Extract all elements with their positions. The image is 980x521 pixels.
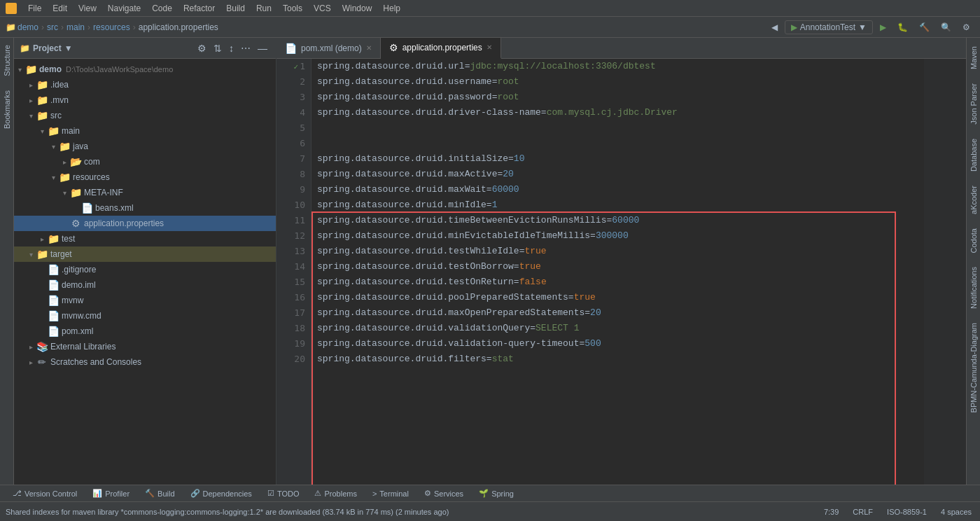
menu-item-vcs[interactable]: VCS bbox=[308, 2, 337, 15]
line-separator[interactable]: CRLF bbox=[850, 506, 876, 517]
menu-item-build[interactable]: Build bbox=[220, 2, 251, 15]
code-editor[interactable]: ✓1234567891011121314151617181920 spring.… bbox=[276, 59, 966, 485]
sidebar-tool-scroll[interactable]: ↕ bbox=[226, 41, 237, 55]
right-panel-json-parser[interactable]: Json Parser bbox=[968, 78, 979, 130]
code-line-12: spring.datasource.druid.minEvictableIdle… bbox=[317, 228, 918, 244]
expand-arrow-java[interactable]: ▾ bbox=[48, 143, 59, 151]
sidebar-tool-more[interactable]: ⋯ bbox=[238, 41, 253, 55]
run-config-icon: ▶ bbox=[791, 22, 797, 32]
tree-item-idea[interactable]: ▸📁.idea bbox=[14, 77, 276, 92]
structure-tab[interactable]: Structure bbox=[1, 38, 13, 83]
menu-item-tools[interactable]: Tools bbox=[277, 2, 308, 15]
menu-item-code[interactable]: Code bbox=[146, 2, 178, 15]
tab-props[interactable]: ⚙application.properties✕ bbox=[381, 38, 501, 59]
tree-item-beans.xml[interactable]: 📄beans.xml bbox=[14, 200, 276, 216]
expand-arrow-resources[interactable]: ▾ bbox=[48, 174, 59, 181]
settings-button[interactable]: ⚙ bbox=[958, 21, 974, 34]
expand-arrow-scratches[interactable]: ▸ bbox=[25, 359, 36, 366]
bottom-tab-services[interactable]: ⚙Services bbox=[417, 487, 470, 499]
tab-close-pom[interactable]: ✕ bbox=[366, 44, 372, 52]
right-panel-database[interactable]: Database bbox=[968, 133, 979, 177]
code-line-10: spring.datasource.druid.minIdle=1 bbox=[317, 197, 918, 213]
bottom-tab-version-control[interactable]: ⎇Version Control bbox=[6, 487, 84, 499]
menu-item-navigate[interactable]: Navigate bbox=[102, 2, 146, 15]
tree-item-src[interactable]: ▾📁src bbox=[14, 108, 276, 123]
expand-arrow-idea[interactable]: ▸ bbox=[25, 81, 36, 89]
menu-item-run[interactable]: Run bbox=[251, 2, 277, 15]
sidebar-tool-hide[interactable]: — bbox=[255, 41, 270, 55]
bottom-tab-profiler[interactable]: 📊Profiler bbox=[85, 487, 136, 499]
tab-close-props[interactable]: ✕ bbox=[486, 43, 492, 51]
expand-arrow-demo-root[interactable]: ▾ bbox=[14, 66, 25, 74]
expand-arrow-src[interactable]: ▾ bbox=[25, 112, 36, 120]
tree-item-mvnw.cmd[interactable]: 📄mvnw.cmd bbox=[14, 308, 276, 324]
breadcrumb-file[interactable]: application.properties bbox=[139, 22, 218, 32]
bottom-tab-problems[interactable]: ⚠Problems bbox=[307, 487, 363, 499]
right-panel-akcoder[interactable]: aKcoder bbox=[968, 180, 979, 220]
run-config-selector[interactable]: ▶ AnnotationTest ▼ bbox=[785, 20, 873, 34]
menu-item-window[interactable]: Window bbox=[337, 2, 378, 15]
tree-item-demo.iml[interactable]: 📄demo.iml bbox=[14, 277, 276, 293]
tree-item-gitignore[interactable]: 📄.gitignore bbox=[14, 262, 276, 277]
tree-item-mvn[interactable]: ▸📁.mvn bbox=[14, 92, 276, 108]
tree-item-test[interactable]: ▸📁test bbox=[14, 231, 276, 246]
main-area: Structure Bookmarks 📁 Project ▼ ⚙ ⇅ ↕ ⋯ … bbox=[0, 38, 980, 485]
bottom-tab-spring[interactable]: 🌱Spring bbox=[472, 487, 521, 499]
tab-pom[interactable]: 📄pom.xml (demo)✕ bbox=[276, 38, 381, 59]
sidebar-tool-gear[interactable]: ⚙ bbox=[195, 41, 209, 55]
bottom-tab-label-version-control: Version Control bbox=[24, 489, 77, 498]
menu-item-help[interactable]: Help bbox=[377, 2, 406, 15]
tree-icon-demo.iml: 📄 bbox=[48, 279, 59, 291]
run-button[interactable]: ▶ bbox=[876, 21, 890, 34]
bottom-tab-terminal[interactable]: >Terminal bbox=[365, 488, 416, 499]
expand-arrow-test[interactable]: ▸ bbox=[36, 235, 48, 243]
breadcrumb-main[interactable]: main bbox=[66, 22, 85, 32]
breadcrumb-demo[interactable]: demo bbox=[18, 22, 38, 32]
bottom-tab-todo[interactable]: ☑TODO bbox=[260, 487, 307, 499]
expand-arrow-main[interactable]: ▾ bbox=[36, 127, 48, 135]
search-button[interactable]: 🔍 bbox=[937, 21, 955, 34]
tree-item-application.properties[interactable]: ⚙application.properties bbox=[14, 216, 276, 231]
project-dropdown-icon[interactable]: ▼ bbox=[64, 43, 73, 53]
line-num-18: 18 bbox=[276, 321, 305, 336]
bottom-tab-build[interactable]: 🔨Build bbox=[138, 487, 181, 499]
tree-item-target[interactable]: ▾📁target bbox=[14, 246, 276, 262]
menu-item-refactor[interactable]: Refactor bbox=[178, 2, 220, 15]
cursor-position[interactable]: 7:39 bbox=[821, 506, 841, 517]
tree-item-scratches[interactable]: ▸✏Scratches and Consoles bbox=[14, 354, 276, 370]
tree-item-resources[interactable]: ▾📁resources bbox=[14, 169, 276, 185]
right-panel-codota[interactable]: Codota bbox=[968, 223, 979, 258]
tree-item-ext-libs[interactable]: ▸📚External Libraries bbox=[14, 339, 276, 354]
tree-item-META-INF[interactable]: ▾📁META-INF bbox=[14, 185, 276, 200]
expand-arrow-target[interactable]: ▾ bbox=[25, 251, 36, 258]
back-button[interactable]: ◀ bbox=[767, 21, 782, 34]
tree-item-java[interactable]: ▾📁java bbox=[14, 139, 276, 154]
expand-arrow-ext-libs[interactable]: ▸ bbox=[25, 343, 36, 351]
expand-arrow-mvn[interactable]: ▸ bbox=[25, 97, 36, 104]
right-panel-maven[interactable]: Maven bbox=[968, 41, 979, 75]
right-panel-bpmn-camunda-diagram[interactable]: BPMN-Camunda-Diagram bbox=[968, 317, 979, 418]
tree-item-main[interactable]: ▾📁main bbox=[14, 123, 276, 139]
tree-item-mvnw[interactable]: 📄mvnw bbox=[14, 293, 276, 308]
expand-arrow-META-INF[interactable]: ▾ bbox=[59, 189, 70, 197]
sidebar-tool-expand[interactable]: ⇅ bbox=[211, 41, 225, 55]
tree-item-pom.xml[interactable]: 📄pom.xml bbox=[14, 324, 276, 339]
expand-arrow-com[interactable]: ▸ bbox=[59, 158, 70, 166]
encoding[interactable]: ISO-8859-1 bbox=[884, 506, 930, 517]
menu-item-edit[interactable]: Edit bbox=[47, 2, 73, 15]
debug-button[interactable]: 🐛 bbox=[893, 21, 912, 34]
tree-item-com[interactable]: ▸📂com bbox=[14, 154, 276, 169]
line-num-9: 9 bbox=[276, 182, 305, 197]
build-button[interactable]: 🔨 bbox=[915, 21, 934, 34]
bookmarks-tab[interactable]: Bookmarks bbox=[1, 83, 13, 136]
tree-item-demo-root[interactable]: ▾📁demoD:\Tools\JavaWorkSpace\demo bbox=[14, 62, 276, 77]
bottom-tab-dependencies[interactable]: 🔗Dependencies bbox=[183, 487, 259, 499]
breadcrumb-src[interactable]: src bbox=[47, 22, 58, 32]
breadcrumb-resources[interactable]: resources bbox=[93, 22, 130, 32]
code-content[interactable]: spring.datasource.druid.url=jdbc:mysql:/… bbox=[312, 59, 924, 485]
bottom-tab-icon-build: 🔨 bbox=[145, 489, 155, 498]
menu-item-view[interactable]: View bbox=[73, 2, 102, 15]
menu-item-file[interactable]: File bbox=[22, 2, 47, 15]
right-panel-notifications[interactable]: Notifications bbox=[968, 261, 979, 314]
indent-setting[interactable]: 4 spaces bbox=[938, 506, 974, 517]
